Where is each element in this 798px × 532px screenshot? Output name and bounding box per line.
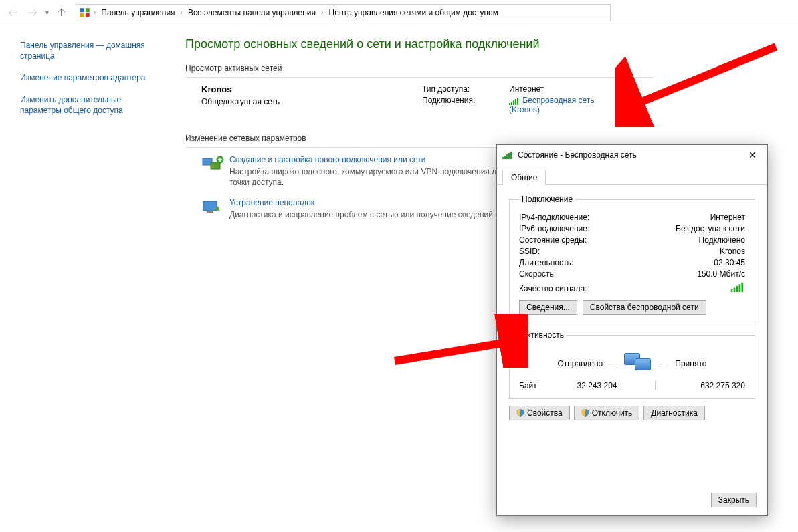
wifi-signal-icon	[731, 281, 743, 292]
duration-label: Длительность:	[519, 258, 573, 267]
speed-label: Скорость:	[519, 269, 556, 279]
activity-dash: —	[660, 359, 668, 368]
activity-sent-label: Отправлено	[558, 359, 603, 368]
connections-label: Подключения:	[422, 96, 509, 114]
properties-button-label: Свойства	[527, 408, 563, 418]
fieldset-connection-legend: Подключение	[519, 194, 575, 204]
setup-connection-icon	[201, 154, 225, 176]
ipv4-value: Интернет	[710, 213, 745, 222]
ssid-label: SSID:	[519, 247, 540, 256]
close-button[interactable]: ✕	[738, 145, 767, 165]
nav-recent-dropdown[interactable]: ▾	[44, 9, 50, 16]
activity-computers-icon	[624, 352, 654, 376]
ipv6-value: Без доступа к сети	[676, 224, 745, 233]
control-panel-icon	[79, 7, 91, 19]
network-profile-type: Общедоступная сеть	[201, 97, 422, 106]
connection-link[interactable]: Беспроводная сеть (Kronos)	[509, 96, 595, 114]
nav-back-button[interactable]: 🡠	[4, 4, 21, 21]
breadcrumb-seg-all-items[interactable]: Все элементы панели управления	[185, 8, 318, 17]
activity-recv-label: Принято	[675, 359, 706, 368]
svg-rect-7	[203, 201, 217, 211]
wireless-properties-button[interactable]: Свойства беспроводной сети	[583, 300, 706, 315]
connection-link-line1: Беспроводная сеть	[522, 96, 594, 105]
breadcrumb[interactable]: › Панель управления › Все элементы панел…	[76, 4, 611, 21]
bytes-sent-value: 32 243 204	[577, 381, 617, 390]
details-button[interactable]: Сведения...	[519, 300, 577, 315]
diagnose-button[interactable]: Диагностика	[643, 406, 705, 420]
connection-link-line2: (Kronos)	[509, 105, 540, 114]
duration-value: 02:30:45	[714, 258, 745, 267]
wifi-signal-icon	[502, 151, 512, 159]
svg-rect-8	[207, 211, 213, 213]
properties-button[interactable]: Свойства	[509, 406, 570, 420]
dialog-footer: Свойства Отключить Диагностика	[509, 406, 755, 420]
activity-dash: —	[609, 359, 617, 368]
bytes-label: Байт:	[519, 381, 539, 390]
sidebar-link-home[interactable]: Панель управления — домашняя страница	[20, 40, 160, 61]
active-networks-title: Просмотр активных сетей	[185, 63, 654, 78]
ssid-value: Kronos	[720, 247, 745, 256]
nav-forward-button[interactable]: 🡢	[24, 4, 41, 21]
status-dialog: Состояние - Беспроводная сеть ✕ Общие По…	[496, 144, 768, 516]
svg-rect-0	[80, 8, 84, 12]
fieldset-activity: Активность Отправлено — — Принято Байт: …	[509, 330, 755, 399]
tab-strip: Общие	[497, 165, 767, 185]
troubleshoot-icon	[201, 197, 225, 219]
chevron-right-icon: ›	[320, 9, 324, 16]
shield-icon	[516, 409, 524, 417]
svg-rect-3	[86, 13, 90, 17]
tab-general[interactable]: Общие	[502, 170, 546, 185]
chevron-right-icon: ›	[92, 9, 97, 16]
fieldset-connection: Подключение IPv4-подключение:Интернет IP…	[509, 194, 755, 323]
chevron-right-icon: ›	[179, 9, 184, 16]
ipv4-label: IPv4-подключение:	[519, 213, 589, 222]
svg-rect-1	[86, 8, 90, 12]
breadcrumb-seg-network-center[interactable]: Центр управления сетями и общим доступом	[326, 8, 501, 17]
signal-quality-label: Качество сигнала:	[519, 284, 587, 293]
svg-line-9	[629, 47, 776, 107]
svg-line-10	[395, 341, 515, 361]
active-network-row: Kronos Общедоступная сеть Тип доступа: И…	[201, 84, 656, 116]
svg-rect-2	[80, 13, 84, 17]
breadcrumb-seg-control-panel[interactable]: Панель управления	[98, 8, 177, 17]
close-dialog-button[interactable]: Закрыть	[711, 493, 757, 507]
disable-button[interactable]: Отключить	[574, 406, 640, 420]
access-type-label: Тип доступа:	[422, 84, 509, 94]
annotation-arrow-1	[615, 40, 789, 127]
disable-button-label: Отключить	[592, 408, 633, 418]
media-state-value: Подключено	[699, 235, 745, 245]
sidebar-link-sharing-settings[interactable]: Изменить дополнительные параметры общего…	[20, 94, 160, 116]
shield-icon	[581, 409, 589, 417]
media-state-label: Состояние среды:	[519, 235, 587, 245]
annotation-arrow-2	[388, 314, 528, 368]
bytes-recv-value: 632 275 320	[700, 381, 745, 390]
sidebar-link-adapter-settings[interactable]: Изменение параметров адаптера	[20, 72, 160, 83]
dialog-titlebar[interactable]: Состояние - Беспроводная сеть ✕	[497, 145, 767, 165]
wifi-signal-icon	[509, 97, 518, 105]
toolbar: 🡠 🡢 ▾ 🡡 › Панель управления › Все элемен…	[0, 0, 798, 25]
dialog-title-text: Состояние - Беспроводная сеть	[518, 150, 637, 160]
sidebar: Панель управления — домашняя страница Из…	[0, 25, 171, 237]
speed-value: 150.0 Мбит/с	[697, 269, 745, 279]
svg-rect-5	[211, 162, 220, 169]
nav-up-button[interactable]: 🡡	[53, 4, 70, 21]
ipv6-label: IPv6-подключение:	[519, 224, 589, 233]
network-name: Kronos	[201, 84, 422, 94]
